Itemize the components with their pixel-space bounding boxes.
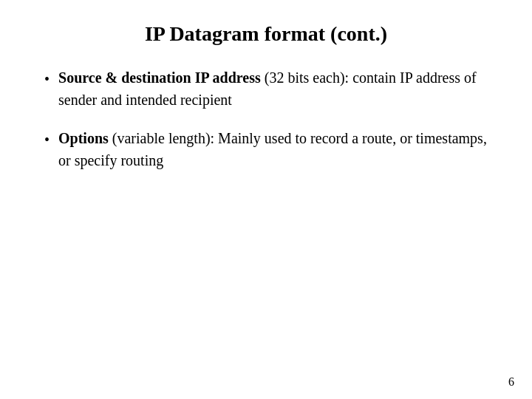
slide-content: • Source & destination IP address (32 bi… bbox=[30, 66, 502, 377]
bullet-dot-2: • bbox=[44, 129, 50, 151]
slide-number: 6 bbox=[508, 375, 514, 389]
slide-container: IP Datagram format (cont.) • Source & de… bbox=[0, 0, 532, 399]
slide-title: IP Datagram format (cont.) bbox=[30, 22, 502, 49]
bullet-item-2: • Options (variable length): Mainly used… bbox=[44, 127, 502, 171]
bullet-item-1: • Source & destination IP address (32 bi… bbox=[44, 66, 502, 111]
bullet-rest-2: (variable length): Mainly used to record… bbox=[58, 130, 487, 168]
bullet-bold-1: Source & destination IP address bbox=[58, 69, 261, 86]
bullet-bold-2: Options bbox=[58, 130, 109, 146]
bullet-dot-1: • bbox=[44, 68, 50, 90]
bullet-text-1: Source & destination IP address (32 bits… bbox=[58, 66, 502, 111]
bullet-text-2: Options (variable length): Mainly used t… bbox=[58, 127, 502, 171]
